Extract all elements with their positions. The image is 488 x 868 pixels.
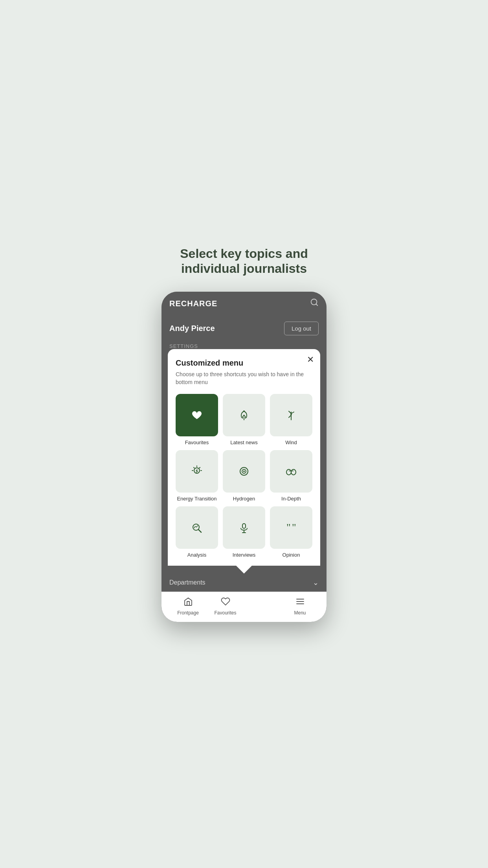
- latest-news-icon-box: [223, 394, 265, 436]
- favourites-icon-box: [176, 394, 218, 436]
- hydrogen-label: Hydrogen: [233, 496, 255, 502]
- page-wrapper: Select key topics and individual journal…: [146, 246, 342, 622]
- nav-item-menu[interactable]: Menu: [281, 597, 319, 616]
- nav-item-frontpage[interactable]: Frontpage: [169, 597, 207, 616]
- modal-triangle: [236, 566, 252, 574]
- departments-bar: Departments ⌄: [161, 574, 327, 592]
- page-headline: Select key topics and individual journal…: [146, 246, 342, 276]
- svg-point-18: [286, 469, 291, 475]
- svg-point-3: [243, 410, 245, 412]
- energy-transition-label: Energy Transition: [177, 496, 216, 502]
- opinion-label: Opinion: [283, 552, 300, 558]
- latest-news-label: Latest news: [230, 440, 257, 445]
- svg-line-1: [316, 304, 317, 306]
- analysis-icon-box: [176, 506, 218, 549]
- phone-frame: RECHARGE Andy Pierce Log out SETTINGS ✕ …: [161, 292, 327, 622]
- modal-area: ✕ Customized menu Choose up to three sho…: [161, 349, 327, 566]
- phone-header: RECHARGE: [161, 292, 327, 314]
- interviews-label: Interviews: [233, 552, 256, 558]
- menu-item-analysis[interactable]: Analysis: [176, 506, 218, 558]
- menu-item-in-depth[interactable]: In-Depth: [270, 450, 312, 502]
- menu-item-energy-transition[interactable]: Energy Transition: [176, 450, 218, 502]
- modal-title: Customized menu: [176, 359, 312, 368]
- in-depth-label: In-Depth: [281, 496, 301, 502]
- svg-line-23: [198, 530, 201, 532]
- departments-label: Departments: [169, 579, 205, 586]
- heart-icon: [221, 597, 230, 609]
- favourites-nav-label: Favourites: [214, 610, 236, 616]
- svg-rect-24: [242, 524, 246, 528]
- energy-transition-icon-box: [176, 450, 218, 493]
- search-icon[interactable]: [310, 298, 319, 309]
- frontpage-label: Frontpage: [177, 610, 199, 616]
- user-name: Andy Pierce: [169, 324, 215, 333]
- svg-line-14: [194, 467, 194, 468]
- app-logo: RECHARGE: [169, 299, 217, 308]
- nav-item-favourites[interactable]: Favourites: [207, 597, 244, 616]
- settings-label: SETTINGS: [161, 342, 327, 349]
- close-button[interactable]: ✕: [307, 355, 314, 364]
- menu-item-wind[interactable]: Wind: [270, 394, 312, 445]
- in-depth-icon-box: [270, 450, 312, 493]
- opinion-icon-box: " ": [270, 506, 312, 549]
- home-icon: [183, 597, 193, 609]
- interviews-icon-box: [223, 506, 265, 549]
- menu-item-hydrogen[interactable]: Hydrogen: [223, 450, 265, 502]
- menu-grid: Favourites Latest news: [176, 394, 312, 558]
- analysis-label: Analysis: [187, 552, 206, 558]
- favourites-label: Favourites: [185, 440, 209, 445]
- svg-point-19: [291, 469, 296, 475]
- menu-label: Menu: [294, 610, 306, 616]
- svg-text:": ": [286, 522, 291, 533]
- hydrogen-icon-box: [223, 450, 265, 493]
- modal-triangle-wrapper: [161, 566, 327, 574]
- svg-point-17: [243, 471, 245, 472]
- menu-item-interviews[interactable]: Interviews: [223, 506, 265, 558]
- svg-line-11: [200, 467, 200, 468]
- svg-line-7: [291, 412, 294, 414]
- wind-label: Wind: [285, 440, 297, 445]
- modal-box: ✕ Customized menu Choose up to three sho…: [168, 349, 320, 566]
- wind-icon-box: [270, 394, 312, 436]
- menu-item-latest-news[interactable]: Latest news: [223, 394, 265, 445]
- chevron-down-icon: ⌄: [313, 578, 319, 587]
- bottom-nav: Frontpage Favourites: [161, 592, 327, 622]
- svg-text:": ": [292, 522, 296, 533]
- profile-area: Andy Pierce Log out: [161, 314, 327, 342]
- menu-item-opinion[interactable]: " " Opinion: [270, 506, 312, 558]
- menu-item-favourites[interactable]: Favourites: [176, 394, 218, 445]
- logout-button[interactable]: Log out: [284, 322, 319, 335]
- menu-icon: [295, 597, 305, 609]
- modal-subtitle: Choose up to three shortcuts you wish to…: [176, 371, 312, 386]
